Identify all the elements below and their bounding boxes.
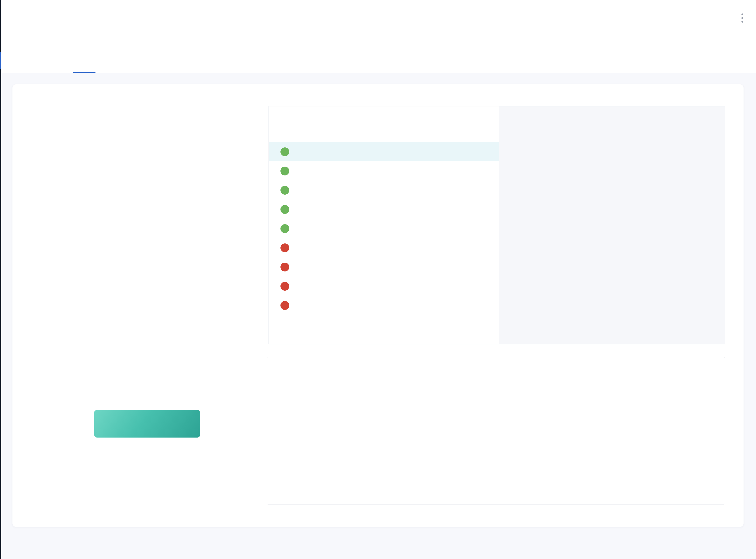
- check-row[interactable]: [269, 142, 499, 161]
- check-row[interactable]: [269, 199, 499, 219]
- kebab-menu-icon[interactable]: [739, 14, 746, 23]
- checks-list-header: [269, 106, 499, 142]
- legend-dot-amber: [133, 340, 143, 350]
- score-donut-chart: [68, 175, 211, 319]
- check-row[interactable]: [269, 257, 499, 276]
- improvement-chart-card: [267, 357, 725, 505]
- legend-dot-red: [111, 340, 121, 350]
- page-header: [0, 0, 756, 36]
- check-circle-icon: [280, 148, 289, 156]
- legend-item-high: [155, 340, 167, 350]
- x-circle-icon: [280, 263, 289, 271]
- tab-docs[interactable]: [163, 36, 186, 73]
- status-badge: [517, 137, 527, 143]
- check-row[interactable]: [269, 219, 499, 238]
- checks-list: [269, 106, 499, 344]
- check-row[interactable]: [269, 161, 499, 180]
- x-circle-icon: [280, 301, 289, 310]
- check-row[interactable]: [269, 180, 499, 199]
- tab-api[interactable]: [103, 36, 125, 73]
- check-circle-icon: [280, 166, 289, 175]
- maturity-summary: [20, 84, 273, 103]
- legend-dot-green: [155, 340, 165, 350]
- check-circle-icon: [280, 186, 289, 195]
- x-circle-icon: [280, 282, 289, 291]
- check-circle-icon: [280, 205, 289, 214]
- collapsed-nav-strip: [0, 0, 1, 559]
- tab-bar: [0, 36, 756, 73]
- checks-container: [269, 106, 725, 344]
- rerun-checks-button[interactable]: [94, 410, 200, 438]
- scorecard-panel: [13, 84, 743, 527]
- tab-cicd[interactable]: [43, 36, 65, 73]
- tab-dependencies[interactable]: [133, 36, 156, 73]
- check-circle-icon: [280, 224, 289, 233]
- legend-item-low: [111, 340, 123, 350]
- improvement-area-chart: [267, 357, 725, 504]
- score-legend: [13, 340, 266, 350]
- tab-scorecard[interactable]: [73, 36, 95, 73]
- tab-kubernetes[interactable]: [193, 36, 216, 73]
- check-row[interactable]: [269, 238, 499, 257]
- check-row[interactable]: [269, 276, 499, 295]
- x-circle-icon: [280, 243, 289, 252]
- legend-item-mid: [133, 340, 145, 350]
- check-detail-panel: [499, 106, 725, 344]
- tab-overview[interactable]: [13, 36, 35, 73]
- nav-active-indicator: [0, 52, 1, 69]
- check-row[interactable]: [269, 295, 499, 315]
